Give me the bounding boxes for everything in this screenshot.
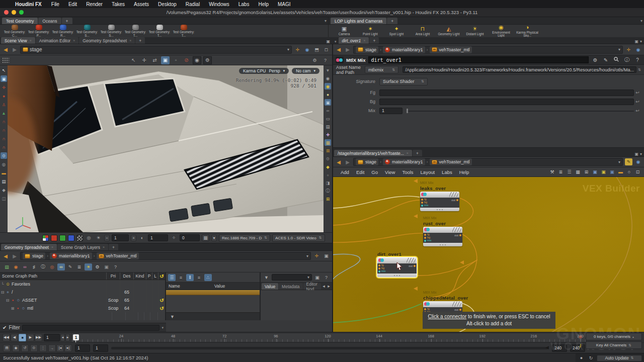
fg-jump-icon[interactable]: ↩ (634, 90, 641, 95)
node-footer[interactable] (377, 274, 417, 277)
mix-input[interactable]: 1 (379, 108, 403, 114)
output-out[interactable]: out (451, 199, 458, 202)
sliders-icon[interactable]: ♯ (30, 263, 38, 270)
palette-icon[interactable]: ▬ (617, 168, 624, 175)
asset-path-field[interactable]: /Applications/Houdini/Houdini20.5.323/Fr… (403, 66, 636, 73)
crumb-vehtoaster-mtl[interactable]: vehToaster_mtl (430, 158, 472, 165)
snapshot-icon[interactable]: ◆ (325, 163, 331, 170)
step-back-button[interactable]: ◀ (11, 334, 18, 341)
add-pane-tab-button[interactable]: + (135, 37, 145, 44)
inspect-pixel-icon[interactable]: ◎ (85, 234, 93, 241)
viewport-help-icon[interactable]: ? (321, 57, 329, 64)
instanceable-icon[interactable]: ↺ (158, 304, 165, 312)
crumb-vehtoaster-mtl[interactable]: vehToaster_mtl (97, 252, 139, 259)
node-leaks-over[interactable]: MtlX Mix leaks_over fg bg mix out (420, 181, 459, 211)
crumb-stage[interactable]: stage (356, 46, 378, 53)
add-shelf-tab-button[interactable]: + (387, 18, 397, 24)
nav-back-icon[interactable]: ◀ (335, 159, 342, 165)
mtlx-mix-icon[interactable] (336, 57, 344, 63)
snap-prim-icon[interactable]: ∩ (1, 135, 7, 142)
network-menu-item[interactable]: Tools (398, 169, 417, 175)
pane-maximize-icon[interactable]: □ (323, 46, 330, 53)
output-out[interactable]: out (454, 234, 461, 237)
tree-row-root[interactable]: ⊟● / 65 (0, 288, 165, 296)
network-menu-item[interactable]: Edit (353, 169, 368, 175)
input-mix[interactable]: mix (421, 204, 458, 207)
orbit-view-icon[interactable]: ◎ (1, 161, 7, 167)
mix-jump-icon[interactable]: ↩ (634, 108, 641, 113)
brightness-minus-button[interactable]: − (104, 235, 110, 241)
asset-path-spinner-icon[interactable]: ⇅ (638, 68, 641, 72)
grid-display-icon[interactable]: ⊞ (325, 196, 331, 202)
col-kind[interactable]: Kind (133, 273, 146, 280)
search-icon[interactable] (612, 57, 620, 63)
trash-icon[interactable]: ◫ (1, 195, 7, 202)
edit-tool-icon[interactable]: ● (1, 93, 7, 99)
stop-button[interactable]: ■ (19, 334, 26, 341)
menubar-item[interactable]: Assets (129, 2, 153, 7)
key-channels-icon[interactable]: ⚷ (577, 342, 584, 349)
menubar-item[interactable]: File (47, 2, 64, 7)
snap-magnet-icon[interactable]: ∩ (1, 144, 7, 150)
path-dropdown-icon[interactable]: ▾ (306, 254, 308, 258)
image-plane-icon[interactable]: ▦ (325, 139, 331, 146)
pane-split-icon[interactable]: ▾ (333, 40, 338, 44)
node-rust-over[interactable]: MtlX Mix rust_over fg bg mix out (423, 216, 462, 246)
display-blue-icon[interactable] (68, 235, 74, 241)
export-frame-icon[interactable]: ▤ (3, 344, 11, 352)
menubar-item[interactable]: Labs (234, 2, 254, 7)
trs-mode-icon[interactable]: ∴ (204, 274, 212, 281)
tab-scene-graph-layers[interactable]: Scene Graph Layers× (57, 244, 108, 250)
display-filter-icon[interactable]: ▼ (325, 67, 331, 73)
pane-cube-icon[interactable]: ⬒ (313, 46, 320, 53)
output-out[interactable]: out (454, 308, 461, 311)
snap-point-icon[interactable]: ∩ (1, 127, 7, 133)
path-dropdown-icon[interactable]: ▾ (287, 47, 289, 52)
pane-maximize-icon[interactable]: ▣ (634, 39, 638, 44)
handles-tool-icon[interactable]: ✛ (1, 84, 7, 90)
menubar-item[interactable]: MAGI (273, 2, 295, 7)
help-circle-icon[interactable]: ? (112, 263, 119, 270)
shelf-tool[interactable]: Test Geometry: P... (27, 25, 50, 37)
shelf-tool[interactable]: Test Geometry: S... (75, 25, 99, 37)
col-scene-graph-path[interactable]: Scene Graph Path (0, 274, 106, 279)
pane-menu-arrow-icon[interactable]: ▾ (640, 152, 642, 156)
node-header[interactable] (420, 192, 459, 198)
link-display-icon[interactable]: ∞ (325, 107, 331, 114)
auto-update-select[interactable]: Auto Update⇅ (597, 355, 642, 361)
tab-network-path[interactable]: /stage/materiallibrary1/vehToaste...× (334, 150, 412, 156)
view-tool-icon[interactable]: ⚙ (1, 152, 7, 159)
current-frame-field[interactable]: 1 (44, 334, 60, 341)
gear-badge-icon[interactable]: ⚙ (94, 263, 101, 270)
range-lock-left-icon[interactable]: |◂ (56, 344, 64, 352)
pane-menu-icon[interactable]: ▣ (326, 39, 330, 44)
sceneview-path-field[interactable]: stage ▾ (20, 46, 292, 54)
lut-icon[interactable]: ▦ (202, 234, 209, 241)
shelf-tab-lop-lights[interactable]: LOP Lights and Cameras (331, 18, 386, 24)
audio-icon[interactable]: ◉ (12, 344, 20, 352)
notebook-yellow-icon[interactable]: ▣ (600, 168, 607, 175)
shelf-overflow-icon[interactable]: ▾ (325, 19, 327, 23)
sun-badge-icon[interactable]: ☀ (85, 263, 92, 270)
shelf-tool[interactable]: ◭ Geometry Light (436, 26, 461, 36)
add-pane-tab-button[interactable]: + (109, 244, 118, 250)
chevron-down-icon[interactable]: ▾ (162, 326, 164, 330)
monitor-icon[interactable]: ▭ (325, 115, 331, 122)
bg-jump-icon[interactable]: ↩ (634, 99, 641, 104)
link-group-icon[interactable]: ◉ (634, 46, 642, 53)
nav-forward-icon[interactable]: ▶ (344, 47, 351, 52)
col-loop-icon[interactable]: ↺ (158, 273, 165, 280)
message-bubble-icon[interactable]: ● (578, 354, 585, 361)
pin-pane-icon[interactable]: ✛ (313, 252, 320, 259)
node-dirt-over1[interactable]: dirt_over1 fg bg mix out (377, 251, 417, 277)
search-red-icon[interactable]: ◎ (48, 263, 56, 270)
menubar-item[interactable]: Desktop (153, 2, 181, 7)
pane-menu-icon[interactable]: ▣ (323, 252, 330, 259)
tree-row-mtl[interactable]: ⊞ ● ○ mtl Scop 64 ↺ (0, 304, 165, 312)
output-out[interactable]: out (409, 264, 416, 267)
shelf-tool[interactable]: ◑ Karma Physical Sky... (515, 25, 540, 38)
instanceable-icon[interactable]: ↺ (158, 296, 165, 304)
breadcrumb[interactable]: stage › materiallibrary1 › vehToaster_mt… (353, 46, 623, 54)
node-footer[interactable] (420, 208, 459, 211)
menubar-item[interactable]: Render (82, 2, 107, 7)
